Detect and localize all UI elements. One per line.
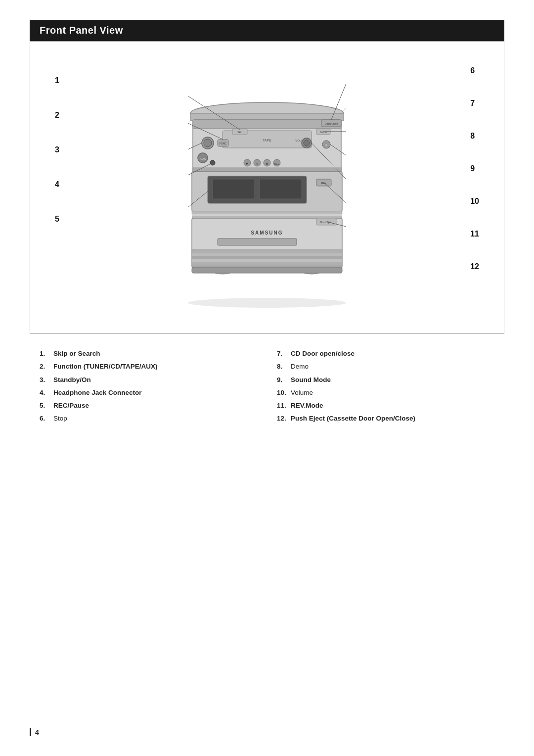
- part-7: 7. CD Door open/close: [277, 349, 494, 359]
- parts-col-left: 1. Skip or Search 2. Function (TUNER/CD/…: [40, 349, 257, 427]
- svg-rect-37: [260, 179, 302, 199]
- diagram-box: 1 2 3 4 5 6 7 8 9 10 11 12: [30, 41, 504, 334]
- page-number: 4: [30, 728, 39, 736]
- svg-rect-53: [192, 259, 342, 262]
- part-8: 8. Demo: [277, 362, 494, 372]
- label-6: 6: [470, 66, 479, 75]
- svg-point-9: [204, 139, 212, 147]
- svg-text:Skip: Skip: [237, 131, 242, 134]
- label-7: 7: [470, 99, 479, 108]
- svg-text:Demo: Demo: [320, 131, 327, 134]
- svg-text:▶: ▶: [246, 162, 248, 165]
- right-labels: 6 7 8 9 10 11 12: [470, 66, 479, 271]
- label-9: 9: [470, 164, 479, 173]
- parts-list: 1. Skip or Search 2. Function (TUNER/CD/…: [30, 349, 504, 427]
- svg-point-0: [188, 298, 346, 308]
- svg-rect-52: [192, 256, 342, 259]
- label-1: 1: [55, 76, 59, 85]
- diagram-content: 1 2 3 4 5 6 7 8 9 10 11 12: [40, 56, 494, 319]
- part-1: 1. Skip or Search: [40, 349, 257, 359]
- label-2: 2: [55, 111, 59, 120]
- part-3: 3. Standby/On: [40, 375, 257, 385]
- svg-rect-51: [192, 253, 342, 256]
- part-12: 12. Push Eject (Cassette Door Open/Close…: [277, 414, 494, 424]
- svg-rect-45: [218, 238, 297, 245]
- right-parts-list: 7. CD Door open/close 8. Demo 9. Sound M…: [277, 349, 494, 424]
- svg-text:REV: REV: [321, 182, 327, 185]
- part-5: 5. REC/Pause: [40, 401, 257, 411]
- svg-text:AUX: AUX: [200, 157, 206, 160]
- part-4: 4. Headphone Jack Connector: [40, 388, 257, 398]
- part-11: 11. REV.Mode: [277, 401, 494, 411]
- part-9: 9. Sound Mode: [277, 375, 494, 385]
- part-2: 2. Function (TUNER/CD/TAPE/AUX): [40, 362, 257, 372]
- svg-text:Push Eject: Push Eject: [320, 221, 333, 224]
- svg-rect-33: [193, 168, 341, 172]
- label-12: 12: [470, 262, 479, 271]
- part-10: 10. Volume: [277, 388, 494, 398]
- svg-rect-40: [192, 211, 342, 214]
- label-3: 3: [55, 145, 59, 154]
- svg-text:⏸: ⏸: [256, 162, 259, 165]
- svg-text:TAPE: TAPE: [263, 139, 271, 142]
- left-labels: 1 2 3 4 5: [55, 76, 59, 224]
- part-6: 6. Stop: [40, 414, 257, 424]
- left-parts-list: 1. Skip or Search 2. Function (TUNER/CD/…: [40, 349, 257, 424]
- svg-text:■: ■: [266, 162, 267, 165]
- label-11: 11: [470, 230, 479, 238]
- device-illustration: TAPE VOLUME FUNC Skip Demo Open/Close: [148, 66, 386, 309]
- svg-text:SAMSUNG: SAMSUNG: [251, 230, 283, 236]
- svg-rect-4: [193, 120, 341, 129]
- label-8: 8: [470, 132, 479, 141]
- svg-text:Open/Close: Open/Close: [325, 122, 338, 125]
- svg-point-21: [304, 140, 310, 146]
- page-title: Front Panel View: [30, 20, 504, 41]
- svg-text:FUNC: FUNC: [220, 142, 226, 145]
- label-5: 5: [55, 215, 59, 224]
- label-10: 10: [470, 197, 479, 206]
- svg-rect-54: [192, 262, 342, 265]
- parts-col-right: 7. CD Door open/close 8. Demo 9. Sound M…: [277, 349, 494, 427]
- svg-rect-56: [192, 267, 342, 273]
- svg-text:REC: REC: [274, 162, 280, 165]
- svg-rect-36: [213, 179, 255, 199]
- label-4: 4: [55, 180, 59, 189]
- svg-rect-50: [192, 249, 342, 253]
- svg-rect-41: [192, 214, 342, 216]
